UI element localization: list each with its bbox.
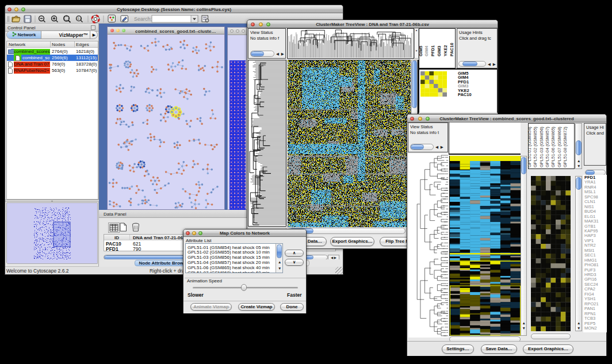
svg-text:1:1: 1:1: [78, 17, 82, 20]
svg-text:Search:: Search:: [134, 16, 152, 22]
